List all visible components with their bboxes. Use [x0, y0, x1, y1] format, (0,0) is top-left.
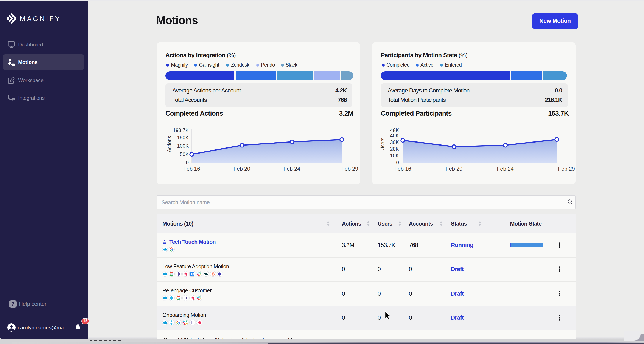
svg-text:30K: 30K: [390, 140, 399, 145]
svg-text:100K: 100K: [177, 143, 189, 149]
svg-text:Feb 24: Feb 24: [497, 166, 514, 172]
svg-text:150K: 150K: [177, 135, 189, 140]
svg-text:20K: 20K: [390, 146, 399, 152]
svg-text:40K: 40K: [390, 133, 399, 139]
svg-text:Feb 20: Feb 20: [446, 166, 462, 172]
svg-text:Feb 24: Feb 24: [284, 166, 300, 172]
svg-text:48K: 48K: [390, 128, 399, 133]
svg-text:0: 0: [396, 160, 399, 165]
svg-text:50K: 50K: [180, 152, 189, 157]
svg-text:Feb 29: Feb 29: [342, 166, 358, 172]
svg-text:10K: 10K: [390, 153, 399, 159]
svg-text:0: 0: [186, 160, 189, 165]
svg-text:193.7K: 193.7K: [173, 128, 189, 133]
svg-text:Actions: Actions: [166, 136, 172, 152]
svg-text:Feb 20: Feb 20: [234, 166, 250, 172]
svg-text:Feb 29: Feb 29: [558, 166, 575, 172]
svg-text:Feb 16: Feb 16: [183, 166, 200, 172]
svg-text:Users: Users: [380, 138, 385, 151]
svg-text:Feb 16: Feb 16: [394, 166, 411, 172]
